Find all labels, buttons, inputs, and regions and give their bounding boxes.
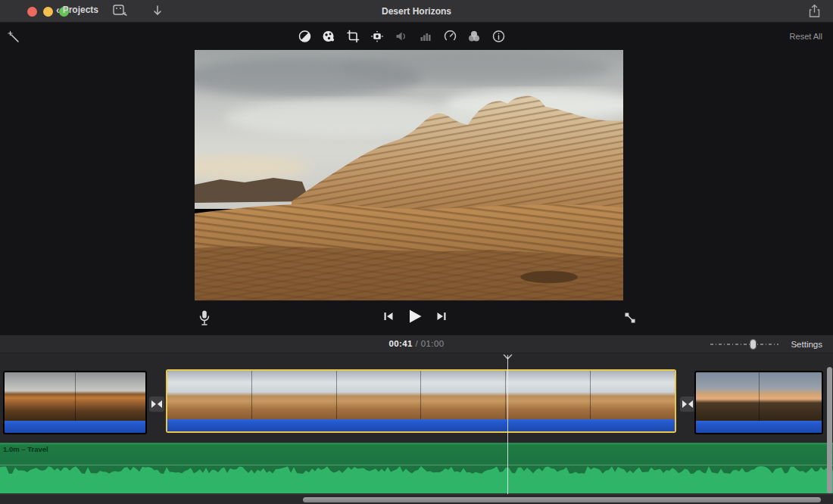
transition-icon[interactable]	[148, 396, 165, 412]
speed-icon[interactable]	[443, 29, 457, 43]
zoom-slider-thumb[interactable]	[750, 339, 757, 350]
desert-scene-image	[195, 50, 623, 300]
time-display: 00:41 / 01:00	[0, 339, 833, 348]
reset-all-button[interactable]: Reset All	[790, 32, 822, 41]
titlebar: ‹ Projects Desert Horizons	[0, 0, 833, 23]
playback-buttons	[382, 308, 448, 325]
clip-thumbnails	[167, 371, 675, 419]
total-duration: 01:00	[421, 339, 445, 348]
color-correction-icon[interactable]	[322, 29, 336, 43]
imovie-window: ‹ Projects Desert Horizons	[0, 0, 833, 504]
vertical-scrollbar-thumb[interactable]	[827, 367, 832, 493]
timeline-pane[interactable]: 1.0m – Travel	[0, 353, 833, 504]
timeline-clip-right[interactable]	[694, 371, 823, 434]
current-time: 00:41	[389, 339, 413, 348]
thumbnail-frame	[76, 372, 146, 421]
thumbnail-frame	[696, 372, 760, 421]
thumbnail-frame	[421, 371, 506, 419]
playhead-line[interactable]	[507, 355, 508, 495]
viewer-pane: Reset All	[0, 23, 833, 335]
thumbnail-frame	[337, 371, 422, 419]
clip-audio-bar	[167, 419, 675, 431]
play-button[interactable]	[407, 308, 423, 325]
timeline-zoom-slider[interactable]	[710, 343, 778, 346]
timeline-clip-selected[interactable]	[166, 369, 676, 433]
clip-audio-bar	[5, 421, 145, 433]
thumbnail-frame	[5, 372, 76, 421]
horizontal-scrollbar-thumb[interactable]	[303, 497, 821, 502]
timeline-settings-button[interactable]: Settings	[791, 340, 822, 349]
thumbnail-frame	[760, 372, 822, 421]
time-divider: /	[413, 339, 421, 348]
clip-filter-icon[interactable]	[467, 29, 482, 43]
thumbnail-frame	[506, 371, 591, 419]
clip-thumbnails	[5, 372, 145, 421]
audio-waveform	[0, 443, 833, 493]
thumbnail-frame	[591, 371, 675, 419]
crop-icon[interactable]	[346, 29, 360, 43]
enhance-wand-icon[interactable]	[7, 30, 20, 44]
background-music-clip[interactable]: 1.0m – Travel	[0, 443, 833, 493]
share-icon[interactable]	[808, 4, 821, 19]
color-balance-icon[interactable]	[298, 29, 312, 43]
timeline-header: 00:41 / 01:00 Settings	[0, 335, 833, 353]
thumbnail-frame	[167, 371, 252, 419]
previous-clip-button[interactable]	[382, 310, 395, 322]
clip-information-icon[interactable]	[491, 29, 506, 43]
transition-icon[interactable]	[679, 396, 696, 412]
adjustments-toolbar	[298, 29, 506, 43]
next-clip-button[interactable]	[435, 310, 448, 322]
fullscreen-icon[interactable]	[624, 312, 636, 324]
voiceover-mic-icon[interactable]	[198, 310, 211, 326]
clip-thumbnails	[696, 372, 822, 421]
noise-reduction-icon[interactable]	[419, 29, 433, 43]
video-preview	[195, 50, 623, 300]
thumbnail-frame	[252, 371, 337, 419]
project-title: Desert Horizons	[0, 6, 833, 17]
stabilization-icon[interactable]	[370, 29, 385, 43]
timeline-clip-left[interactable]	[3, 371, 147, 434]
volume-icon[interactable]	[395, 29, 409, 43]
clip-audio-bar	[696, 421, 822, 433]
horizontal-scrollbar[interactable]	[0, 494, 833, 504]
waveform-shape	[0, 466, 833, 493]
zoom-slider-track	[710, 344, 778, 345]
